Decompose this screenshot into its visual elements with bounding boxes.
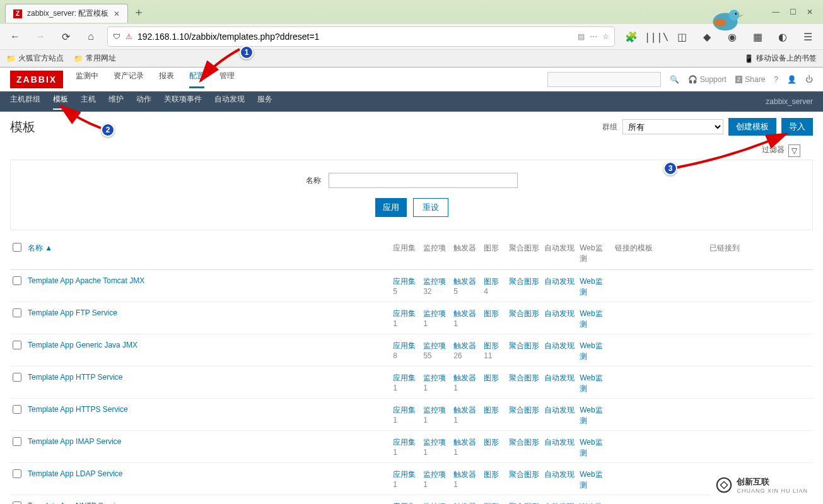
apps-link[interactable]: 应用集 8 <box>393 341 417 360</box>
items-link[interactable]: 监控项 1 <box>423 406 447 425</box>
web-link[interactable]: Web监测 <box>580 373 602 393</box>
menu-icon[interactable]: ☰ <box>799 28 817 45</box>
bookmark-mobile[interactable]: 📱移动设备上的书签 <box>744 53 817 64</box>
triggers-link[interactable]: 触发器 26 <box>453 341 477 360</box>
discovery-link[interactable]: 自动发现 <box>544 438 575 447</box>
help-icon[interactable]: ? <box>774 75 778 84</box>
apply-button[interactable]: 应用 <box>375 198 407 217</box>
items-link[interactable]: 监控项 1 <box>423 309 447 328</box>
support-link[interactable]: 🎧Support <box>688 75 727 84</box>
close-window-icon[interactable]: ✕ <box>807 8 813 16</box>
search-icon[interactable]: 🔍 <box>670 75 679 84</box>
screens-link[interactable]: 聚合图形 <box>509 277 539 286</box>
zabbix-logo[interactable]: ZABBIX <box>10 71 63 88</box>
minimize-icon[interactable]: — <box>772 8 779 16</box>
screens-link[interactable]: 聚合图形 <box>509 309 539 318</box>
apps-link[interactable]: 应用集 1 <box>393 470 417 489</box>
template-name-link[interactable]: Template App Apache Tomcat JMX <box>28 276 144 285</box>
row-checkbox[interactable] <box>13 373 21 382</box>
discovery-link[interactable]: 自动发现 <box>544 373 575 382</box>
import-button[interactable]: 导入 <box>781 118 813 136</box>
ext4-icon[interactable]: ◐ <box>774 28 791 45</box>
items-link[interactable]: 监控项 1 <box>423 470 447 489</box>
graphs-link[interactable]: 图形 <box>484 406 499 414</box>
maximize-icon[interactable]: ☐ <box>790 8 797 16</box>
screens-link[interactable]: 聚合图形 <box>509 341 539 350</box>
close-icon[interactable]: ✕ <box>114 9 120 18</box>
row-checkbox[interactable] <box>13 469 21 478</box>
discovery-link[interactable]: 自动发现 <box>544 406 575 414</box>
items-link[interactable]: 监控项 1 <box>423 373 447 392</box>
shield-icon[interactable]: 🛡 <box>113 32 120 41</box>
apps-link[interactable]: 应用集 1 <box>393 373 417 392</box>
row-checkbox[interactable] <box>13 405 21 414</box>
bookmark-common[interactable]: 📁常用网址 <box>74 53 116 64</box>
col-name[interactable]: 名称 ▲ <box>25 238 390 270</box>
template-name-link[interactable]: Template App HTTP Service <box>28 373 123 382</box>
share-link[interactable]: ZShare <box>735 75 766 84</box>
discovery-link[interactable]: 自动发现 <box>544 309 575 318</box>
sub-nav-item[interactable]: 关联项事件 <box>164 94 202 110</box>
triggers-link[interactable]: 触发器 1 <box>453 406 477 425</box>
triggers-link[interactable]: 触发器 1 <box>453 309 477 328</box>
template-name-link[interactable]: Template App Generic Java JMX <box>28 341 137 349</box>
sub-nav-item[interactable]: 维护 <box>108 94 124 110</box>
top-nav-item[interactable]: 配置 <box>189 71 204 88</box>
browser-tab[interactable]: Z zabbix_server: 配置模板 ✕ <box>5 4 128 23</box>
sub-nav-item[interactable]: 自动发现 <box>214 94 245 110</box>
apps-link[interactable]: 应用集 5 <box>393 277 417 296</box>
items-link[interactable]: 监控项 32 <box>423 277 447 296</box>
power-icon[interactable]: ⏻ <box>805 75 813 84</box>
reset-button[interactable]: 重设 <box>413 198 448 217</box>
user-icon[interactable]: 👤 <box>787 75 797 84</box>
sub-nav-item[interactable]: 模板 <box>53 94 68 110</box>
web-link[interactable]: Web监测 <box>580 309 602 329</box>
address-bar[interactable]: 🛡 ⚠ ▤ ⋯ ☆ <box>107 26 615 47</box>
top-nav-item[interactable]: 报表 <box>159 71 174 88</box>
search-input[interactable] <box>547 72 661 87</box>
screens-link[interactable]: 聚合图形 <box>509 406 539 414</box>
graphs-link[interactable]: 图形 4 <box>484 277 500 296</box>
graphs-link[interactable]: 图形 <box>484 438 499 447</box>
bookmark-star-icon[interactable]: ☆ <box>602 32 609 41</box>
discovery-link[interactable]: 自动发现 <box>544 277 575 286</box>
row-checkbox[interactable] <box>13 276 21 285</box>
new-tab-button[interactable]: ＋ <box>133 4 144 20</box>
back-button[interactable]: ← <box>6 28 24 45</box>
top-nav-item[interactable]: 资产记录 <box>114 71 144 88</box>
triggers-link[interactable]: 触发器 1 <box>453 470 477 489</box>
triggers-link[interactable]: 触发器 5 <box>453 277 477 296</box>
sub-nav-item[interactable]: 服务 <box>257 94 272 110</box>
row-checkbox[interactable] <box>13 501 21 504</box>
library-icon[interactable]: |||\ <box>648 28 665 45</box>
create-template-button[interactable]: 创建模板 <box>728 118 776 136</box>
web-link[interactable]: Web监测 <box>580 341 602 361</box>
sub-nav-item[interactable]: 主机群组 <box>10 94 40 110</box>
row-checkbox[interactable] <box>13 308 21 317</box>
filter-icon[interactable]: ▽ <box>788 144 800 157</box>
template-name-link[interactable]: Template App LDAP Service <box>28 469 123 478</box>
home-button[interactable]: ⌂ <box>82 28 100 45</box>
graphs-link[interactable]: 图形 11 <box>484 341 500 360</box>
ext3-icon[interactable]: ▦ <box>749 28 766 45</box>
apps-link[interactable]: 应用集 1 <box>393 309 417 328</box>
extensions-icon[interactable]: 🧩 <box>622 28 640 45</box>
forward-button[interactable]: → <box>32 28 49 45</box>
discovery-link[interactable]: 自动发现 <box>544 341 575 350</box>
sub-nav-item[interactable]: 动作 <box>136 94 151 110</box>
top-nav-item[interactable]: 监测中 <box>76 71 98 88</box>
reader-icon[interactable]: ▤ <box>578 32 585 41</box>
apps-link[interactable]: 应用集 1 <box>393 406 417 425</box>
web-link[interactable]: Web监测 <box>580 470 602 489</box>
url-input[interactable] <box>137 32 573 42</box>
screens-link[interactable]: 聚合图形 <box>509 373 539 382</box>
screens-link[interactable]: 聚合图形 <box>509 470 539 479</box>
web-link[interactable]: Web监测 <box>580 438 602 457</box>
top-nav-item[interactable]: 管理 <box>219 71 235 88</box>
graphs-link[interactable]: 图形 <box>484 309 499 318</box>
screens-link[interactable]: 聚合图形 <box>509 438 539 447</box>
template-name-link[interactable]: Template App NNTP Service <box>28 501 124 504</box>
bookmark-firefox[interactable]: 📁火狐官方站点 <box>6 53 64 64</box>
graphs-link[interactable]: 图形 <box>484 470 499 479</box>
template-name-link[interactable]: Template App HTTPS Service <box>28 405 128 414</box>
